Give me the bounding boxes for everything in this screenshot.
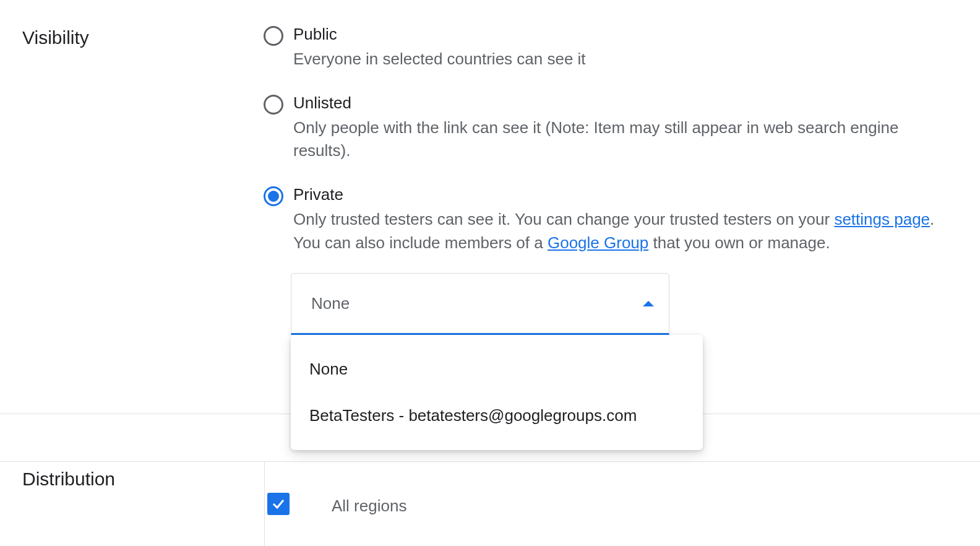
- dropdown-option-none[interactable]: None: [291, 346, 703, 392]
- radio-checked-dot-icon: [268, 191, 279, 202]
- radio-public-text: Public Everyone in selected countries ca…: [293, 25, 958, 71]
- visibility-content: Public Everyone in selected countries ca…: [264, 25, 958, 335]
- distribution-section: Distribution: [0, 461, 980, 490]
- checkmark-icon: [271, 496, 286, 511]
- google-group-link[interactable]: Google Group: [548, 233, 648, 252]
- group-dropdown-wrapper: None None BetaTesters - betatesters@goog…: [291, 273, 669, 335]
- private-desc-part1: Only trusted testers can see it. You can…: [293, 210, 834, 228]
- private-desc-part2: .: [930, 210, 934, 228]
- visibility-option-public[interactable]: Public Everyone in selected countries ca…: [264, 25, 958, 71]
- private-desc-part4: that you own or manage.: [648, 233, 830, 252]
- visibility-option-unlisted[interactable]: Unlisted Only people with the link can s…: [264, 93, 958, 163]
- radio-public[interactable]: [264, 26, 283, 46]
- group-dropdown-menu: None BetaTesters - betatesters@googlegro…: [291, 335, 703, 450]
- radio-unlisted-desc: Only people with the link can see it (No…: [293, 116, 958, 163]
- radio-private-desc: Only trusted testers can see it. You can…: [293, 208, 958, 254]
- group-dropdown[interactable]: None: [291, 273, 669, 335]
- dropdown-option-betatesters[interactable]: BetaTesters - betatesters@googlegroups.c…: [291, 392, 703, 439]
- radio-unlisted-title: Unlisted: [293, 93, 958, 113]
- radio-public-desc: Everyone in selected countries can see i…: [293, 48, 958, 71]
- visibility-section: Visibility Public Everyone in selected c…: [0, 0, 980, 335]
- all-regions-checkbox[interactable]: [267, 493, 290, 515]
- group-dropdown-value: None: [311, 294, 350, 313]
- visibility-label: Visibility: [22, 25, 264, 335]
- settings-page-link[interactable]: settings page: [834, 210, 930, 228]
- distribution-border: [264, 461, 265, 546]
- radio-private[interactable]: [264, 186, 283, 206]
- radio-public-title: Public: [293, 25, 958, 44]
- radio-unlisted[interactable]: [264, 95, 283, 115]
- all-regions-label: All regions: [332, 496, 406, 516]
- private-desc-part3: You can also include members of a: [293, 233, 548, 252]
- radio-private-text: Private Only trusted testers can see it.…: [293, 185, 958, 254]
- radio-private-title: Private: [293, 185, 958, 204]
- visibility-option-private[interactable]: Private Only trusted testers can see it.…: [264, 185, 958, 254]
- chevron-up-icon: [643, 301, 654, 306]
- radio-unlisted-text: Unlisted Only people with the link can s…: [293, 93, 958, 163]
- distribution-label: Distribution: [22, 466, 264, 490]
